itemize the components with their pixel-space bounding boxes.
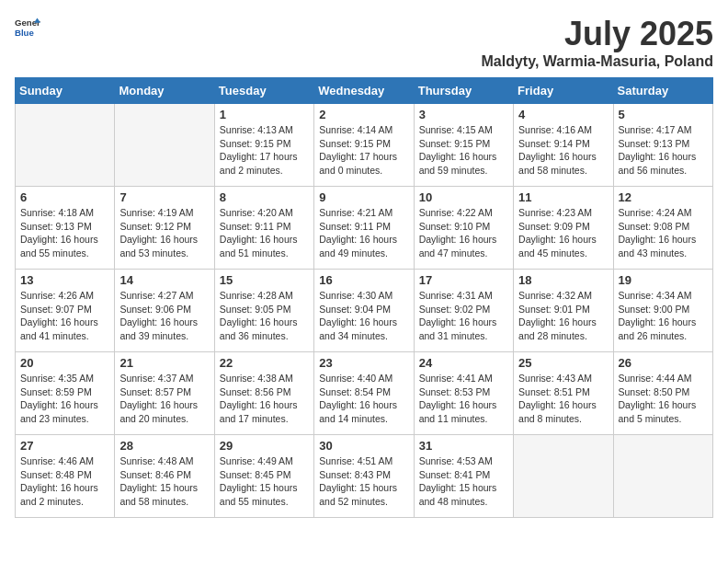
day-number: 9 [319,190,408,204]
day-of-week-header: Monday [115,78,214,104]
day-info: Sunrise: 4:46 AM Sunset: 8:48 PM Dayligh… [20,454,109,509]
day-info: Sunrise: 4:27 AM Sunset: 9:06 PM Dayligh… [119,289,209,343]
calendar-cell: 13Sunrise: 4:26 AM Sunset: 9:07 PM Dayli… [16,270,115,352]
day-info: Sunrise: 4:38 AM Sunset: 8:56 PM Dayligh… [220,372,309,426]
logo: General Blue [15,15,40,40]
calendar-cell: 16Sunrise: 4:30 AM Sunset: 9:04 PM Dayli… [314,270,414,352]
day-number: 5 [619,108,708,121]
day-info: Sunrise: 4:31 AM Sunset: 9:02 PM Dayligh… [419,289,508,343]
calendar-cell: 12Sunrise: 4:24 AM Sunset: 9:08 PM Dayli… [613,187,712,270]
day-info: Sunrise: 4:23 AM Sunset: 9:09 PM Dayligh… [518,206,608,260]
day-number: 20 [20,356,109,370]
day-info: Sunrise: 4:30 AM Sunset: 9:04 PM Dayligh… [319,289,408,343]
day-info: Sunrise: 4:41 AM Sunset: 8:53 PM Dayligh… [419,372,508,426]
svg-text:Blue: Blue [15,28,34,38]
calendar-cell: 8Sunrise: 4:20 AM Sunset: 9:11 PM Daylig… [214,187,313,270]
calendar-cell: 3Sunrise: 4:15 AM Sunset: 9:15 PM Daylig… [414,104,513,187]
calendar-cell: 18Sunrise: 4:32 AM Sunset: 9:01 PM Dayli… [514,270,613,352]
calendar-cell: 6Sunrise: 4:18 AM Sunset: 9:13 PM Daylig… [16,187,115,270]
day-number: 12 [619,190,708,204]
calendar-cell: 14Sunrise: 4:27 AM Sunset: 9:06 PM Dayli… [115,270,214,352]
day-info: Sunrise: 4:34 AM Sunset: 9:00 PM Dayligh… [619,289,708,343]
day-number: 7 [119,190,209,204]
day-number: 10 [419,190,508,204]
day-number: 17 [419,273,508,287]
day-info: Sunrise: 4:18 AM Sunset: 9:13 PM Dayligh… [20,206,109,260]
day-number: 31 [419,439,508,453]
calendar-cell: 31Sunrise: 4:53 AM Sunset: 8:41 PM Dayli… [414,435,513,518]
day-number: 3 [419,108,508,121]
calendar-cell: 24Sunrise: 4:41 AM Sunset: 8:53 PM Dayli… [414,352,513,435]
day-info: Sunrise: 4:24 AM Sunset: 9:08 PM Dayligh… [619,206,708,260]
day-info: Sunrise: 4:28 AM Sunset: 9:05 PM Dayligh… [220,289,309,343]
day-number: 15 [220,273,309,287]
day-info: Sunrise: 4:32 AM Sunset: 9:01 PM Dayligh… [518,289,608,343]
day-number: 26 [619,356,708,370]
day-info: Sunrise: 4:44 AM Sunset: 8:50 PM Dayligh… [619,372,708,426]
day-info: Sunrise: 4:35 AM Sunset: 8:59 PM Dayligh… [20,372,109,426]
day-number: 30 [319,439,408,453]
day-info: Sunrise: 4:21 AM Sunset: 9:11 PM Dayligh… [319,206,408,260]
calendar-cell: 17Sunrise: 4:31 AM Sunset: 9:02 PM Dayli… [414,270,513,352]
day-number: 24 [419,356,508,370]
day-info: Sunrise: 4:17 AM Sunset: 9:13 PM Dayligh… [619,123,708,178]
day-info: Sunrise: 4:14 AM Sunset: 9:15 PM Dayligh… [319,123,408,178]
day-info: Sunrise: 4:51 AM Sunset: 8:43 PM Dayligh… [319,454,408,509]
title-area: July 2025 Maldyty, Warmia-Masuria, Polan… [482,15,714,70]
calendar-cell: 30Sunrise: 4:51 AM Sunset: 8:43 PM Dayli… [314,435,414,518]
subtitle: Maldyty, Warmia-Masuria, Poland [482,53,714,70]
calendar-cell: 21Sunrise: 4:37 AM Sunset: 8:57 PM Dayli… [115,352,214,435]
day-of-week-header: Friday [514,78,613,104]
day-number: 16 [319,273,408,287]
calendar-cell: 28Sunrise: 4:48 AM Sunset: 8:46 PM Dayli… [115,435,214,518]
day-number: 2 [319,108,408,121]
calendar-cell: 5Sunrise: 4:17 AM Sunset: 9:13 PM Daylig… [613,104,712,187]
calendar-cell: 20Sunrise: 4:35 AM Sunset: 8:59 PM Dayli… [16,352,115,435]
calendar-cell: 9Sunrise: 4:21 AM Sunset: 9:11 PM Daylig… [314,187,414,270]
calendar-cell [115,104,214,187]
day-info: Sunrise: 4:37 AM Sunset: 8:57 PM Dayligh… [119,372,209,426]
day-info: Sunrise: 4:15 AM Sunset: 9:15 PM Dayligh… [419,123,508,178]
day-number: 27 [20,439,109,453]
calendar-cell: 25Sunrise: 4:43 AM Sunset: 8:51 PM Dayli… [514,352,613,435]
day-info: Sunrise: 4:26 AM Sunset: 9:07 PM Dayligh… [20,289,109,343]
day-of-week-header: Wednesday [314,78,414,104]
day-number: 6 [20,190,109,204]
calendar-cell: 19Sunrise: 4:34 AM Sunset: 9:00 PM Dayli… [613,270,712,352]
day-number: 21 [119,356,209,370]
day-info: Sunrise: 4:43 AM Sunset: 8:51 PM Dayligh… [518,372,608,426]
calendar-cell: 2Sunrise: 4:14 AM Sunset: 9:15 PM Daylig… [314,104,414,187]
day-number: 14 [119,273,209,287]
main-title: July 2025 [482,15,714,53]
calendar-cell: 15Sunrise: 4:28 AM Sunset: 9:05 PM Dayli… [214,270,313,352]
day-of-week-header: Tuesday [214,78,313,104]
day-number: 13 [20,273,109,287]
day-number: 19 [619,273,708,287]
logo-icon: General Blue [15,15,40,40]
calendar-cell [16,104,115,187]
day-number: 1 [220,108,309,121]
day-of-week-header: Thursday [414,78,513,104]
day-info: Sunrise: 4:19 AM Sunset: 9:12 PM Dayligh… [119,206,209,260]
calendar-cell: 22Sunrise: 4:38 AM Sunset: 8:56 PM Dayli… [214,352,313,435]
day-number: 4 [518,108,608,121]
day-number: 29 [220,439,309,453]
day-number: 11 [518,190,608,204]
day-number: 28 [119,439,209,453]
header: General Blue July 2025 Maldyty, Warmia-M… [15,15,713,70]
calendar-cell: 4Sunrise: 4:16 AM Sunset: 9:14 PM Daylig… [514,104,613,187]
day-info: Sunrise: 4:16 AM Sunset: 9:14 PM Dayligh… [518,123,608,178]
day-of-week-header: Sunday [16,78,115,104]
calendar-cell: 29Sunrise: 4:49 AM Sunset: 8:45 PM Dayli… [214,435,313,518]
calendar-cell [514,435,613,518]
day-info: Sunrise: 4:53 AM Sunset: 8:41 PM Dayligh… [419,454,508,509]
day-info: Sunrise: 4:49 AM Sunset: 8:45 PM Dayligh… [220,454,309,509]
day-number: 8 [220,190,309,204]
day-info: Sunrise: 4:22 AM Sunset: 9:10 PM Dayligh… [419,206,508,260]
day-info: Sunrise: 4:13 AM Sunset: 9:15 PM Dayligh… [220,123,309,178]
day-info: Sunrise: 4:40 AM Sunset: 8:54 PM Dayligh… [319,372,408,426]
day-info: Sunrise: 4:20 AM Sunset: 9:11 PM Dayligh… [220,206,309,260]
day-info: Sunrise: 4:48 AM Sunset: 8:46 PM Dayligh… [119,454,209,509]
calendar-cell: 11Sunrise: 4:23 AM Sunset: 9:09 PM Dayli… [514,187,613,270]
calendar-cell: 1Sunrise: 4:13 AM Sunset: 9:15 PM Daylig… [214,104,313,187]
